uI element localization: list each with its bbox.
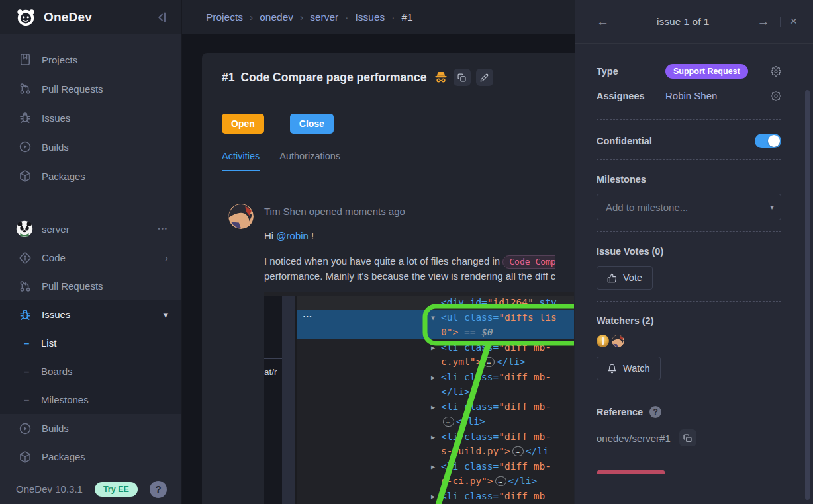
edit-title-button[interactable] <box>476 69 493 86</box>
sidebar-item-label: Boards <box>41 366 168 377</box>
comment-body: Tim Shen opened moments ago Hi @robin ! … <box>264 204 555 504</box>
delete-button-partial[interactable] <box>597 470 665 474</box>
play-circle-icon <box>19 140 32 153</box>
sidebar-item-label: List <box>41 337 168 349</box>
sidebar-item-project-pull-requests[interactable]: Pull Requests <box>0 272 181 300</box>
help-icon[interactable]: ? <box>150 481 167 498</box>
main-column: Projects›onedev›server·Issues·#1 #1 Code… <box>182 0 575 504</box>
inline-code-chip: Code Compare <box>502 255 555 269</box>
dashed-divider <box>597 119 781 120</box>
sidebar-item-packages[interactable]: Packages <box>0 161 181 190</box>
sidebar-issues-group: Issues ▾ – List – Boards – Milestones <box>0 300 181 414</box>
state-open-badge: Open <box>222 114 264 134</box>
sidebar-collapse-icon[interactable] <box>154 10 168 24</box>
breadcrumb-owner[interactable]: onedev <box>260 11 293 22</box>
reference-row: onedev/server#1 <box>597 429 781 446</box>
dash-icon: – <box>24 394 41 405</box>
chevron-separator: › <box>250 11 253 22</box>
vote-button[interactable]: Vote <box>597 266 653 290</box>
projects-icon <box>19 53 32 66</box>
prev-issue-arrow[interactable]: ← <box>597 15 609 29</box>
sidebar-item-issues-boards[interactable]: – Boards <box>0 357 181 386</box>
sidebar-item-builds[interactable]: Builds <box>0 132 181 161</box>
sidebar-item-project-issues[interactable]: Issues ▾ <box>0 300 181 329</box>
onedev-logo-icon[interactable] <box>16 7 36 27</box>
sidebar-item-pull-requests[interactable]: Pull Requests <box>0 74 181 103</box>
watch-button[interactable]: Watch <box>597 357 661 380</box>
bell-icon <box>607 364 617 374</box>
app-root: OneDev Projects <box>0 0 813 504</box>
copy-title-button[interactable] <box>454 69 471 86</box>
copy-reference-button[interactable] <box>679 429 696 446</box>
comment-block: Tim Shen opened moments ago Hi @robin ! … <box>222 204 555 504</box>
issue-body: Open Close Activities Authorizations <box>202 99 575 504</box>
assignees-gear-icon[interactable] <box>771 91 781 101</box>
comment-line-1: I noticed when you have quite a lot of f… <box>264 254 555 269</box>
toggle-knob <box>768 135 780 147</box>
sidebar-item-projects[interactable]: Projects <box>0 45 181 74</box>
type-label: Type <box>597 66 665 77</box>
confidential-toggle[interactable] <box>755 134 781 148</box>
assignee-robin-shen-link[interactable]: Robin Shen <box>665 90 717 101</box>
attached-screenshot[interactable]: at/r ••• <div id="id1264" sty▼<ul class=… <box>264 292 574 504</box>
tab-activities[interactable]: Activities <box>222 151 260 171</box>
tab-authorizations[interactable]: Authorizations <box>279 151 340 171</box>
dashed-divider <box>597 231 781 232</box>
pull-request-icon <box>19 280 32 293</box>
breadcrumb-issues[interactable]: Issues <box>355 11 385 22</box>
panel-body: Type Support Request Assignees Robin She… <box>575 44 813 504</box>
sidebar-item-project-builds[interactable]: Builds <box>0 414 181 442</box>
project-more-icon[interactable]: ••• <box>158 226 168 232</box>
chevron-right-icon: › <box>165 252 168 263</box>
vertical-divider <box>277 115 277 132</box>
breadcrumb-projects[interactable]: Projects <box>206 11 243 22</box>
greeting-text: ! <box>309 230 314 241</box>
sidebar: OneDev Projects <box>0 0 182 504</box>
watchers-avatars <box>597 335 781 347</box>
sidebar-item-label: Milestones <box>41 394 168 405</box>
sidebar-header: OneDev <box>0 0 181 34</box>
active-dash-icon: – <box>24 337 41 349</box>
chevron-separator: › <box>300 11 303 22</box>
dashed-divider <box>597 392 781 392</box>
reference-help-icon[interactable]: ? <box>649 406 661 418</box>
try-ee-badge[interactable]: Try EE <box>95 482 138 497</box>
sidebar-item-code[interactable]: Code › <box>0 243 181 272</box>
sidebar-main-nav: Projects Pull Requests I <box>0 34 181 190</box>
breadcrumb: Projects›onedev›server·Issues·#1 <box>206 11 413 23</box>
confidential-spy-icon <box>434 70 448 85</box>
breadcrumb-current: #1 <box>401 11 412 22</box>
close-issue-button[interactable]: Close <box>290 114 334 134</box>
reference-label: Reference <box>597 407 643 417</box>
panel-scrollbar[interactable] <box>805 90 810 500</box>
sidebar-project-server[interactable]: server ••• <box>0 214 181 243</box>
dot-separator: · <box>345 11 348 22</box>
sidebar-item-label: Projects <box>42 54 168 65</box>
close-panel-icon[interactable]: × <box>790 15 797 28</box>
comment-greeting: Hi @robin ! <box>264 230 555 241</box>
sidebar-item-label: Pull Requests <box>42 83 168 95</box>
sidebar-item-issues[interactable]: Issues <box>0 103 181 132</box>
sidebar-item-label: Issues <box>42 309 163 320</box>
sidebar-item-label: Pull Requests <box>42 280 168 292</box>
sidebar-item-project-packages[interactable]: Packages <box>0 442 181 471</box>
issue-number: #1 <box>222 71 234 85</box>
breadcrumb-repo[interactable]: server <box>310 11 338 22</box>
project-name: server <box>42 224 158 235</box>
mention-robin-link[interactable]: @robin <box>276 230 309 241</box>
tim-shen-avatar <box>228 204 254 229</box>
milestone-select[interactable]: Add to milestone... ▾ <box>597 194 781 220</box>
package-icon <box>19 169 32 183</box>
next-issue-arrow[interactable]: → <box>757 15 769 29</box>
sidebar-item-label: Packages <box>42 451 168 462</box>
sidebar-item-issues-list[interactable]: – List <box>0 329 181 357</box>
sidebar-item-issues-milestones[interactable]: – Milestones <box>0 386 181 414</box>
dashed-divider <box>597 159 781 160</box>
issue-card: #1 Code Compare page performance <box>202 53 575 504</box>
greeting-text: Hi <box>264 230 276 241</box>
issue-header: #1 Code Compare page performance <box>202 53 575 99</box>
type-gear-icon[interactable] <box>771 66 781 77</box>
comment-paragraph: I noticed when you have quite a lot of f… <box>264 254 555 283</box>
caret-down-icon: ▾ <box>763 194 781 220</box>
brand-name[interactable]: OneDev <box>44 10 154 24</box>
